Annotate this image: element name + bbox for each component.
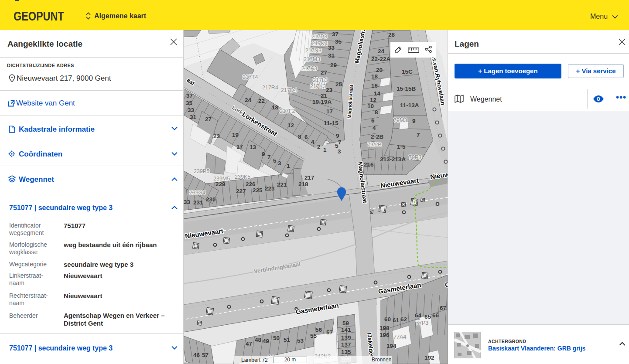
svg-text:141: 141 <box>341 327 351 333</box>
svg-text:230: 230 <box>206 196 216 203</box>
svg-text:217N3: 217N3 <box>305 48 321 54</box>
svg-text:9: 9 <box>412 118 416 124</box>
svg-text:217F2: 217F2 <box>280 108 295 114</box>
svg-text:59: 59 <box>342 320 349 327</box>
svg-text:8: 8 <box>298 133 301 140</box>
svg-text:19-19A: 19-19A <box>312 99 332 105</box>
svg-text:27: 27 <box>321 69 327 76</box>
svg-text:24: 24 <box>245 97 252 103</box>
svg-text:2: 2 <box>317 143 321 150</box>
svg-text:24: 24 <box>378 48 385 54</box>
svg-text:14: 14 <box>374 90 381 97</box>
svg-text:55: 55 <box>310 333 317 339</box>
svg-text:8: 8 <box>375 109 378 116</box>
svg-text:217A3: 217A3 <box>301 65 317 71</box>
svg-text:57: 57 <box>202 352 209 358</box>
svg-text:65: 65 <box>424 313 431 320</box>
svg-text:139: 139 <box>341 334 351 341</box>
svg-text:217M3: 217M3 <box>304 56 320 62</box>
svg-text:13: 13 <box>250 144 256 150</box>
svg-text:6: 6 <box>371 117 375 124</box>
svg-text:213-213A: 213-213A <box>380 156 406 163</box>
svg-text:77P3: 77P3 <box>416 320 428 326</box>
svg-text:33: 33 <box>184 199 191 205</box>
svg-text:22-22A: 22-22A <box>371 56 391 62</box>
svg-text:18: 18 <box>371 73 378 80</box>
svg-text:198: 198 <box>379 325 390 331</box>
svg-text:31: 31 <box>190 114 197 120</box>
svg-text:27: 27 <box>205 116 212 122</box>
svg-text:10: 10 <box>367 103 374 109</box>
svg-text:6: 6 <box>304 134 308 140</box>
svg-text:20: 20 <box>376 67 383 73</box>
svg-text:239M5: 239M5 <box>213 176 230 182</box>
svg-text:5: 5 <box>273 157 277 164</box>
svg-text:4: 4 <box>311 139 314 145</box>
svg-text:217D4: 217D4 <box>281 87 297 93</box>
svg-text:217T4: 217T4 <box>243 74 258 80</box>
svg-text:17: 17 <box>326 108 333 115</box>
svg-text:64: 64 <box>415 312 422 319</box>
svg-text:217: 217 <box>304 174 314 181</box>
svg-text:239C4: 239C4 <box>189 190 205 196</box>
svg-text:229: 229 <box>215 181 226 187</box>
svg-text:33: 33 <box>188 107 195 113</box>
svg-text:35: 35 <box>186 100 193 106</box>
svg-text:15-15B: 15-15B <box>397 85 416 92</box>
svg-text:79P3: 79P3 <box>409 154 421 160</box>
svg-text:17: 17 <box>236 143 243 150</box>
svg-text:29: 29 <box>330 62 337 68</box>
svg-text:4: 4 <box>373 125 376 131</box>
svg-text:11-15: 11-15 <box>324 120 338 126</box>
svg-text:46: 46 <box>193 352 200 358</box>
svg-text:217K3: 217K3 <box>310 83 326 89</box>
svg-text:79/2B: 79/2B <box>367 142 382 148</box>
svg-text:25: 25 <box>335 81 342 88</box>
svg-text:23: 23 <box>213 133 220 139</box>
svg-text:22: 22 <box>258 98 265 104</box>
svg-text:15C: 15C <box>402 68 413 75</box>
svg-text:194: 194 <box>386 343 397 349</box>
svg-text:7: 7 <box>338 139 342 146</box>
svg-text:57: 57 <box>326 329 333 336</box>
svg-text:221: 221 <box>277 181 287 188</box>
svg-text:2-2B: 2-2B <box>371 133 384 140</box>
svg-text:231: 231 <box>193 199 203 206</box>
svg-text:48: 48 <box>255 337 262 343</box>
svg-text:135: 135 <box>341 349 351 355</box>
svg-text:1: 1 <box>323 146 327 153</box>
svg-text:56: 56 <box>315 327 322 333</box>
svg-text:47: 47 <box>246 340 252 347</box>
svg-text:33: 33 <box>328 44 335 51</box>
svg-text:137: 137 <box>341 341 351 348</box>
svg-text:7: 7 <box>267 154 271 160</box>
svg-text:51: 51 <box>284 337 291 343</box>
svg-text:62: 62 <box>400 316 407 323</box>
svg-text:37: 37 <box>186 92 193 99</box>
svg-text:12: 12 <box>370 97 376 103</box>
svg-text:1-5: 1-5 <box>397 143 406 150</box>
svg-text:226: 226 <box>246 181 256 187</box>
svg-text:9: 9 <box>336 133 339 139</box>
svg-text:11-13A: 11-13A <box>400 102 419 109</box>
svg-text:3: 3 <box>278 160 281 167</box>
svg-text:53: 53 <box>297 337 304 344</box>
svg-text:12: 12 <box>287 122 294 129</box>
svg-text:21: 21 <box>321 92 328 99</box>
svg-text:227: 227 <box>236 188 246 194</box>
svg-text:67: 67 <box>440 305 446 311</box>
svg-text:28: 28 <box>388 31 395 38</box>
svg-text:61: 61 <box>393 317 400 323</box>
svg-text:66: 66 <box>432 312 439 319</box>
svg-text:196: 196 <box>379 332 390 338</box>
svg-text:35: 35 <box>335 38 342 45</box>
svg-text:77A4: 77A4 <box>393 334 406 340</box>
svg-text:192: 192 <box>424 354 434 361</box>
svg-text:223: 223 <box>265 185 275 192</box>
svg-text:37: 37 <box>332 31 338 37</box>
svg-text:7: 7 <box>417 132 420 138</box>
svg-text:239P5: 239P5 <box>194 168 209 174</box>
svg-text:218: 218 <box>298 181 308 187</box>
svg-text:1: 1 <box>287 163 290 169</box>
svg-text:216: 216 <box>364 161 374 168</box>
